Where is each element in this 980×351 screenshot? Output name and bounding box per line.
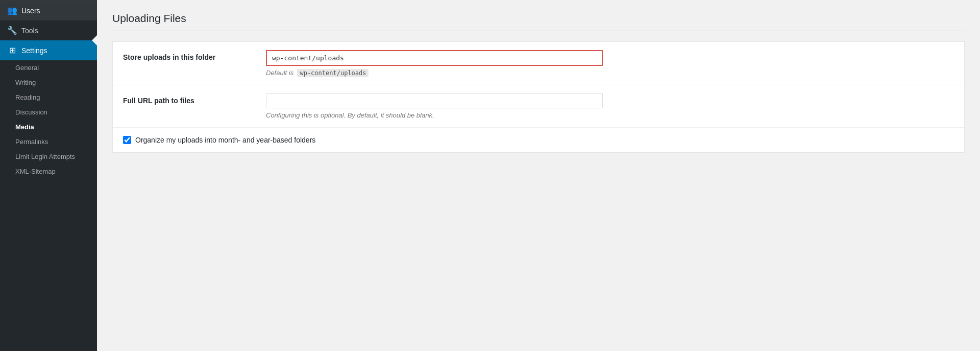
- store-uploads-input[interactable]: [266, 50, 603, 66]
- sidebar-subitem-writing-label: Writing: [15, 79, 36, 86]
- sidebar-subitem-media-label: Media: [15, 123, 34, 131]
- store-uploads-control: Default is wp-content/uploads: [266, 50, 954, 77]
- sidebar-subitem-writing[interactable]: Writing: [0, 75, 97, 90]
- full-url-control: Configuring this is optional. By default…: [266, 93, 954, 119]
- store-uploads-hint: Default is wp-content/uploads: [266, 69, 954, 77]
- sidebar-subitem-reading-label: Reading: [15, 93, 40, 101]
- sidebar: 👥 Users 🔧 Tools ⊞ Settings General Writi…: [0, 0, 97, 351]
- organize-uploads-checkbox[interactable]: [123, 136, 131, 144]
- sidebar-subitem-discussion[interactable]: Discussion: [0, 105, 97, 120]
- sidebar-subitem-limit-login-label: Limit Login Attempts: [15, 153, 75, 160]
- sidebar-item-users-label: Users: [21, 7, 40, 15]
- organize-uploads-row: Organize my uploads into month- and year…: [113, 128, 964, 152]
- organize-uploads-label[interactable]: Organize my uploads into month- and year…: [135, 136, 315, 144]
- sidebar-subitem-permalinks-label: Permalinks: [15, 138, 48, 146]
- sidebar-item-settings-label: Settings: [21, 46, 47, 55]
- tools-icon: 🔧: [7, 26, 17, 35]
- sidebar-item-tools-label: Tools: [21, 27, 38, 35]
- sidebar-subitem-limit-login[interactable]: Limit Login Attempts: [0, 149, 97, 164]
- page-title: Uploading Files: [112, 12, 965, 31]
- full-url-row: Full URL path to files Configuring this …: [113, 85, 964, 128]
- full-url-input[interactable]: [266, 93, 603, 108]
- sidebar-subitem-general-label: General: [15, 64, 39, 72]
- full-url-hint: Configuring this is optional. By default…: [266, 111, 954, 119]
- sidebar-subitem-discussion-label: Discussion: [15, 108, 47, 116]
- sidebar-subitem-permalinks[interactable]: Permalinks: [0, 134, 97, 149]
- sidebar-item-settings[interactable]: ⊞ Settings: [0, 40, 97, 60]
- store-uploads-row: Store uploads in this folder Default is …: [113, 42, 964, 85]
- settings-panel: Store uploads in this folder Default is …: [112, 41, 965, 153]
- sidebar-subitem-reading[interactable]: Reading: [0, 90, 97, 105]
- sidebar-item-tools[interactable]: 🔧 Tools: [0, 20, 97, 40]
- settings-icon: ⊞: [7, 45, 17, 55]
- store-uploads-label: Store uploads in this folder: [123, 50, 256, 61]
- full-url-label: Full URL path to files: [123, 93, 256, 105]
- store-uploads-hint-code: wp-content/uploads: [297, 69, 369, 77]
- main-content: Uploading Files Store uploads in this fo…: [97, 0, 980, 351]
- sidebar-item-users[interactable]: 👥 Users: [0, 0, 97, 20]
- sidebar-subitem-xml-sitemap-label: XML-Sitemap: [15, 168, 56, 175]
- users-icon: 👥: [7, 6, 17, 15]
- sidebar-subitem-xml-sitemap[interactable]: XML-Sitemap: [0, 164, 97, 179]
- sidebar-subitem-media[interactable]: Media: [0, 120, 97, 134]
- sidebar-subitem-general[interactable]: General: [0, 60, 97, 75]
